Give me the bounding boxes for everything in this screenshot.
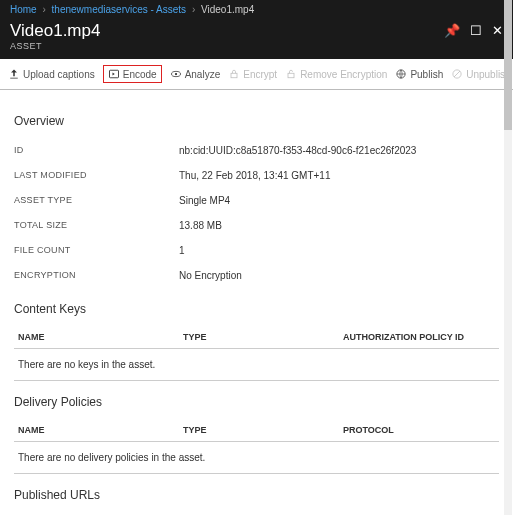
total-size-value: 13.88 MB xyxy=(179,220,222,231)
id-value: nb:cid:UUID:c8a51870-f353-48cd-90c6-f21e… xyxy=(179,145,416,156)
asset-type-label: ASSET TYPE xyxy=(14,195,179,206)
breadcrumb-service[interactable]: thenewmediaservices - Assets xyxy=(52,4,187,15)
content-keys-table: NAME TYPE AUTHORIZATION POLICY ID There … xyxy=(14,326,499,381)
analyze-button[interactable]: Analyze xyxy=(170,68,221,80)
encode-button[interactable]: Encode xyxy=(103,65,162,83)
file-count-value: 1 xyxy=(179,245,185,256)
svg-line-7 xyxy=(454,71,460,77)
col-type: TYPE xyxy=(179,326,339,349)
file-count-label: FILE COUNT xyxy=(14,245,179,256)
scrollbar[interactable] xyxy=(504,0,512,515)
header-bar: Home › thenewmediaservices - Assets › Vi… xyxy=(0,0,513,59)
encrypt-button: Encrypt xyxy=(228,68,277,80)
content-area: Overview IDnb:cid:UUID:c8a51870-f353-48c… xyxy=(0,90,513,515)
remove-encryption-button: Remove Encryption xyxy=(285,68,387,80)
svg-point-2 xyxy=(175,73,177,75)
page-title: Video1.mp4 xyxy=(10,21,100,41)
unlock-icon xyxy=(285,68,297,80)
published-urls-title: Published URLs xyxy=(14,488,499,502)
breadcrumb-current: Video1.mp4 xyxy=(201,4,254,15)
svg-rect-4 xyxy=(288,73,294,78)
page-subtitle: ASSET xyxy=(10,41,100,51)
lock-icon xyxy=(228,68,240,80)
svg-rect-3 xyxy=(231,73,237,78)
encode-icon xyxy=(108,68,120,80)
maximize-icon[interactable]: ☐ xyxy=(470,23,482,38)
col-protocol: PROTOCOL xyxy=(339,419,499,442)
globe-icon xyxy=(395,68,407,80)
col-name: NAME xyxy=(14,419,179,442)
encryption-label: ENCRYPTION xyxy=(14,270,179,281)
delivery-policies-table: NAME TYPE PROTOCOL There are no delivery… xyxy=(14,419,499,474)
col-name: NAME xyxy=(14,326,179,349)
last-modified-label: LAST MODIFIED xyxy=(14,170,179,181)
asset-type-value: Single MP4 xyxy=(179,195,230,206)
upload-icon xyxy=(8,68,20,80)
scrollbar-thumb[interactable] xyxy=(504,0,512,130)
breadcrumb: Home › thenewmediaservices - Assets › Vi… xyxy=(10,4,503,15)
upload-captions-button[interactable]: Upload captions xyxy=(8,68,95,80)
delivery-policies-title: Delivery Policies xyxy=(14,395,499,409)
delivery-policies-empty: There are no delivery policies in the as… xyxy=(14,442,499,474)
toolbar: Upload captions Encode Analyze Encrypt R… xyxy=(0,59,513,90)
encryption-value: No Encryption xyxy=(179,270,242,281)
content-keys-title: Content Keys xyxy=(14,302,499,316)
close-icon[interactable]: ✕ xyxy=(492,23,503,38)
publish-button[interactable]: Publish xyxy=(395,68,443,80)
pin-icon[interactable]: 📌 xyxy=(444,23,460,38)
eye-icon xyxy=(170,68,182,80)
last-modified-value: Thu, 22 Feb 2018, 13:41 GMT+11 xyxy=(179,170,330,181)
breadcrumb-home[interactable]: Home xyxy=(10,4,37,15)
col-policy: AUTHORIZATION POLICY ID xyxy=(339,326,499,349)
overview-title: Overview xyxy=(14,114,499,128)
unpublish-icon xyxy=(451,68,463,80)
total-size-label: TOTAL SIZE xyxy=(14,220,179,231)
content-keys-empty: There are no keys in the asset. xyxy=(14,349,499,381)
unpublish-button: Unpublish xyxy=(451,68,510,80)
id-label: ID xyxy=(14,145,179,156)
col-type: TYPE xyxy=(179,419,339,442)
